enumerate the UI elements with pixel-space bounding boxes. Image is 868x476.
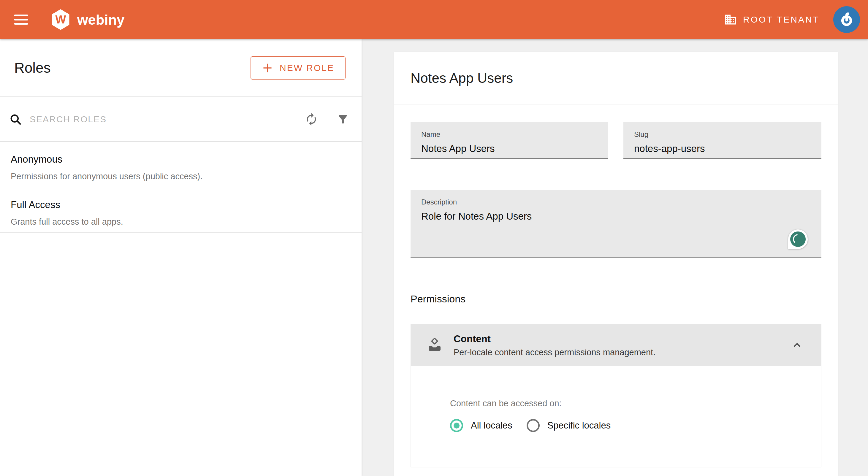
role-name: Anonymous [11, 154, 351, 165]
name-field-value[interactable]: Notes App Users [421, 143, 597, 154]
radio-specific-locales[interactable]: Specific locales [527, 419, 611, 432]
tenant-selector[interactable]: ROOT TENANT [724, 13, 819, 26]
plus-icon [262, 62, 273, 73]
roles-list-panel: Roles NEW ROLE Anonym [0, 39, 362, 476]
slug-field-value[interactable]: notes-app-users [634, 143, 811, 154]
brand-wordmark: webiny [77, 11, 124, 28]
user-avatar[interactable] [833, 6, 860, 33]
name-slug-row: Name Notes App Users Slug notes-app-user… [410, 122, 822, 159]
description-field[interactable]: Description Role for Notes App Users [410, 190, 822, 258]
accordion-title: Content [454, 333, 655, 345]
top-bar: W webiny ROOT TENANT [0, 0, 868, 39]
accordion-titles: Content Per-locale content access permis… [454, 333, 655, 357]
role-details-area: Notes App Users Name Notes App Users Slu… [362, 39, 868, 476]
name-field-label: Name [421, 130, 597, 138]
role-list-item-anonymous[interactable]: Anonymous Permissions for anonymous user… [0, 142, 362, 187]
locales-question: Content can be accessed on: [450, 399, 821, 408]
refresh-icon[interactable] [305, 113, 318, 126]
avatar-gravatar-icon [838, 11, 855, 28]
roles-list: Anonymous Permissions for anonymous user… [0, 142, 362, 233]
card-body: Name Notes App Users Slug notes-app-user… [394, 122, 838, 467]
loading-spinner-icon [790, 231, 806, 247]
role-description: Permissions for anonymous users (public … [11, 171, 351, 181]
radio-specific-locales-label: Specific locales [548, 420, 611, 431]
filter-icon[interactable] [337, 113, 349, 126]
radio-all-locales[interactable]: All locales [450, 419, 513, 432]
menu-icon[interactable] [14, 14, 28, 25]
chat-widget-button[interactable] [788, 229, 808, 249]
content-accordion-header[interactable]: Content Per-locale content access permis… [410, 324, 822, 366]
topbar-right: ROOT TENANT [724, 6, 860, 33]
card-header: Notes App Users [394, 52, 838, 104]
page-title: Roles [14, 60, 51, 76]
description-field-value[interactable]: Role for Notes App Users [421, 211, 811, 222]
accordion-subtitle: Per-locale content access permissions ma… [454, 348, 655, 357]
chevron-up-icon[interactable] [791, 339, 803, 351]
content-permissions-accordion: Content Per-locale content access permis… [410, 324, 822, 467]
role-description: Grants full access to all apps. [11, 217, 351, 227]
panel-header: Roles NEW ROLE [0, 39, 362, 96]
permissions-heading: Permissions [410, 293, 822, 305]
search-input[interactable] [30, 114, 305, 124]
role-details-card: Notes App Users Name Notes App Users Slu… [394, 52, 838, 476]
webiny-brand[interactable]: W webiny [51, 9, 124, 30]
content-accordion-body: Content can be accessed on: All locales … [410, 366, 822, 467]
description-field-label: Description [421, 198, 811, 206]
radio-unselected-icon[interactable] [527, 419, 540, 432]
search-icon [9, 113, 22, 126]
logo-letter: W [56, 13, 66, 26]
new-role-button[interactable]: NEW ROLE [251, 56, 345, 80]
webiny-logo-icon: W [51, 9, 70, 30]
slug-field-label: Slug [634, 130, 811, 138]
tenant-label: ROOT TENANT [743, 14, 819, 25]
search-bar [0, 96, 362, 142]
role-list-item-full-access[interactable]: Full Access Grants full access to all ap… [0, 187, 362, 233]
radio-all-locales-label: All locales [471, 420, 513, 431]
role-name: Full Access [11, 199, 351, 211]
locales-radio-group: All locales Specific locales [450, 419, 821, 432]
how-to-vote-icon [428, 338, 442, 352]
slug-field[interactable]: Slug notes-app-users [623, 122, 822, 159]
tenant-building-icon [724, 13, 737, 26]
role-title: Notes App Users [410, 70, 513, 86]
name-field[interactable]: Name Notes App Users [410, 122, 608, 159]
new-role-label: NEW ROLE [280, 63, 334, 73]
radio-selected-icon[interactable] [450, 419, 463, 432]
